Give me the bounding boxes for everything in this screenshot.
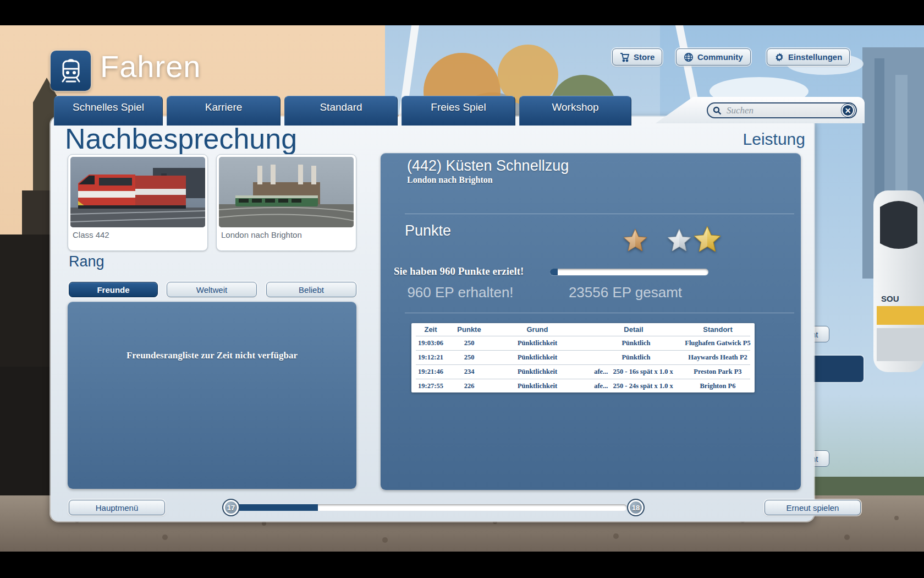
table-row: 19:27:55 226 Pünktlichkeit afe...250 - 2… (411, 379, 755, 392)
rank-filter-freunde[interactable]: Freunde (69, 282, 158, 297)
result-panel: (442) Küsten Schnellzug London nach Brig… (381, 153, 801, 490)
rank-filter-beliebt[interactable]: Beliebt (266, 282, 356, 297)
star-bronze-icon (624, 229, 647, 251)
thumbnail-caption: London nach Brighton (221, 230, 354, 239)
search-icon (713, 106, 722, 115)
cart-icon (620, 52, 630, 62)
search-clear-icon[interactable]: ✕ (842, 104, 854, 117)
table-row: 19:12:21 250 Pünktlichkeit Pünktlich Hay… (411, 351, 755, 364)
level-badge-current: 17 (222, 499, 240, 516)
points-message: Sie haben 960 Punkte erzielt! (394, 265, 524, 277)
store-button-label: Store (634, 52, 654, 62)
community-button[interactable]: Community (676, 48, 751, 66)
star-silver-icon (668, 229, 691, 251)
star-gold-icon (694, 226, 721, 252)
replay-button[interactable]: Erneut spielen (765, 500, 861, 515)
level-badge-next: 18 (627, 499, 645, 516)
xp-progress-bar (235, 504, 627, 511)
thumbnail-caption: Class 442 (73, 230, 205, 239)
tab-karriere[interactable]: Karriere (167, 96, 280, 126)
ep-gained-text: 960 EP erhalten! (392, 284, 529, 301)
rank-filter-weltweit[interactable]: Weltweit (167, 282, 257, 297)
train-logo-icon (51, 51, 91, 91)
divider (405, 214, 794, 214)
table-row: 19:03:06 250 Pünktlichkeit Pünktlich Flu… (411, 336, 755, 350)
tab-workshop[interactable]: Workshop (519, 96, 631, 126)
tab-standard[interactable]: Standard (284, 96, 398, 126)
gear-icon (774, 52, 784, 62)
train-simulator-screen: SOU ht ht Fahren (0, 0, 924, 578)
table-row: 19:21:46 234 Pünktlichkeit afe...250 - 1… (411, 365, 755, 379)
xp-progress-fill (235, 504, 318, 511)
ep-total-text: 23556 EP gesamt (540, 284, 711, 301)
score-table: Zeit Punkte Grund Detail Standort 19:03:… (411, 323, 755, 392)
letterbox-bottom (0, 552, 924, 578)
scenario-title: (442) Küsten Schnellzug (407, 157, 569, 175)
settings-button[interactable]: Einstellungen (767, 48, 850, 66)
performance-title: Leistung (743, 130, 805, 149)
thumbnail-card-class442: Class 442 (68, 154, 208, 251)
rank-empty-message: Freundesrangliste zur Zeit nicht verfügb… (68, 350, 356, 361)
store-button[interactable]: Store (612, 48, 662, 66)
points-heading: Punkte (405, 222, 451, 239)
settings-button-label: Einstellungen (788, 52, 842, 62)
background-livery-text: SOU (881, 294, 899, 303)
score-table-header: Zeit Punkte Grund Detail Standort (411, 323, 755, 336)
background-navy-panel (811, 356, 864, 382)
page-mode-title: Fahren (100, 48, 201, 84)
points-progress-bar (550, 269, 708, 275)
tab-freies-spiel[interactable]: Freies Spiel (402, 96, 515, 126)
thumbnail-image-route (219, 157, 354, 227)
background-train-nose: SOU (873, 190, 924, 372)
globe-icon (684, 52, 694, 62)
search-box[interactable]: ✕ (707, 102, 857, 118)
search-input[interactable] (725, 105, 842, 117)
divider (405, 313, 794, 313)
points-progress-fill (550, 269, 558, 275)
thumbnail-image-class442 (70, 157, 205, 227)
page-title: Nachbesprechung (65, 122, 297, 155)
main-panel: Nachbesprechung Leistung (51, 117, 814, 521)
tab-schnelles-spiel[interactable]: Schnelles Spiel (54, 96, 163, 126)
thumbnail-card-route: London nach Brighton (216, 154, 356, 251)
rank-list-panel: Freundesrangliste zur Zeit nicht verfügb… (68, 302, 356, 489)
community-button-label: Community (697, 52, 743, 62)
letterbox-top (0, 0, 924, 25)
rank-section-title: Rang (69, 253, 105, 270)
scenario-subtitle: London nach Brighton (407, 175, 493, 185)
main-menu-button[interactable]: Hauptmenü (69, 500, 165, 515)
